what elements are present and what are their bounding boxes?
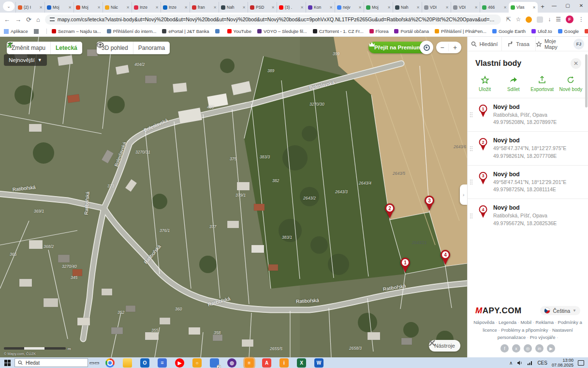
browser-tab[interactable]: VDI ✕ [451,2,480,13]
browser-tab[interactable]: Nác ✕ [103,2,132,13]
search-tab[interactable]: Hledání [468,37,501,51]
browser-tab[interactable]: Moj ✕ [44,2,74,13]
drag-handle-icon[interactable] [470,137,473,159]
drag-handle-icon[interactable] [470,171,473,193]
reload-icon[interactable]: ⟳ [26,16,31,23]
browser-tab[interactable]: (2) I ✕ [15,2,44,13]
downloads-icon[interactable]: ↓ [548,16,551,23]
bookmark-star-icon[interactable]: ☆ [515,16,521,23]
bookmark-item[interactable]: Aplikace [4,29,28,34]
map-point-marker[interactable]: 1 [399,258,412,274]
tab-close-icon[interactable]: ✕ [39,5,43,10]
minimize-button[interactable]: — [547,0,561,11]
browser-tab[interactable]: Vlas ✕ [509,2,538,13]
browser-tab[interactable]: fran ✕ [190,2,219,13]
tab-close-icon[interactable]: ✕ [416,5,420,10]
point-list-item[interactable]: 2 Nový bod 49°58'47.374"N, 18°12'27.975"… [468,131,588,165]
taskbar-app-icon[interactable]: ≡ [245,358,254,368]
map-point-marker[interactable]: 2 [383,203,396,220]
browser-tab[interactable]: Inze ✕ [161,2,190,13]
network-icon[interactable] [527,360,533,366]
language-selector[interactable]: Čeština ▼ [540,306,580,315]
bookmark-item[interactable]: Seznam – Najdu ta... [46,29,101,34]
footer-link[interactable]: Mobil [520,320,535,325]
browser-tab[interactable]: Moj ✕ [364,2,393,13]
forward-icon[interactable]: → [15,16,21,23]
bookmark-item[interactable]: ePortal | J&T Banka [162,29,209,34]
taskbar-app-icon[interactable]: ○ [192,358,202,368]
social-icon[interactable]: ▶ [547,344,555,353]
footer-link[interactable]: Reklama [536,320,558,325]
taskbar-app-icon[interactable]: ◎ [227,358,236,368]
footer-link[interactable]: Legenda [499,320,520,325]
social-icon[interactable]: x [512,344,520,353]
taskbar-app-icon[interactable]: i [279,358,289,368]
home-icon[interactable]: ⌂ [36,16,40,23]
drag-handle-icon[interactable] [470,204,473,227]
point-list-item[interactable]: 3 Nový bod 49°58'47.541"N, 18°12'29.201"… [468,165,588,199]
taskbar-app-icon[interactable]: ▶ [175,358,184,368]
map-canvas[interactable]: Ratibořská Boleslavská Boleslavská Boles… [0,37,467,357]
close-button[interactable]: ✕ [574,0,588,11]
zoom-out-button[interactable]: − [436,44,449,51]
panel-action-button[interactable]: Exportovat [528,76,557,92]
browser-tab[interactable]: Nah ✕ [393,2,422,13]
drag-handle-icon[interactable] [470,104,473,126]
bookmark-item[interactable]: Ulož.to [531,29,552,34]
route-tab[interactable]: Trasa [501,37,536,51]
bookmark-item[interactable]: Google [558,29,579,34]
bookmark-item[interactable] [34,29,41,34]
tab-close-icon[interactable]: ✕ [97,5,101,10]
new-tab-button[interactable]: + [538,1,547,11]
bookmark-item[interactable]: YouTube [227,29,251,34]
tab-close-icon[interactable]: ✕ [445,5,449,10]
bookmark-item[interactable]: VOYO – Sledujte fil... [257,29,307,34]
panel-action-button[interactable]: Sdílet [499,76,528,92]
tab-close-icon[interactable]: ✕ [300,5,304,10]
point-list-item[interactable]: 4 Nový bod Ratibořská, Píšť, Opava 49.97… [468,199,588,232]
bookmark-item[interactable]: Florea [369,29,389,34]
tab-close-icon[interactable]: ✕ [503,5,507,10]
panel-action-button[interactable]: Uložit [470,76,499,92]
browser-tab[interactable]: Nah ✕ [219,2,248,13]
taskbar-app-icon[interactable]: X [297,358,306,368]
map-point-marker[interactable]: 4 [439,250,452,266]
footer-link[interactable]: Problémy a připomínky [501,327,552,333]
url-field[interactable]: mapy.com/cs/letecka?vlastni-body&ut=Nový… [45,15,501,25]
tab-close-icon[interactable]: ✕ [271,5,275,10]
social-icon[interactable]: in [535,344,544,353]
browser-tab[interactable]: (3) . ✕ [277,2,306,13]
tab-close-icon[interactable]: ✕ [126,5,130,10]
tab-close-icon[interactable]: ✕ [242,5,246,10]
social-icon[interactable]: ◎ [524,344,532,353]
premium-button[interactable]: Přejít na Premium [368,42,427,53]
panorama-button[interactable]: Panorama [133,42,170,54]
browser-tab[interactable]: Kon ✕ [306,2,335,13]
back-icon[interactable]: ← [4,16,10,23]
taskbar-app-icon[interactable] [105,358,115,368]
taskbar-app-icon[interactable] [123,358,132,368]
tab-close-icon[interactable]: ✕ [532,5,536,10]
tools-button[interactable]: Nástroje [429,340,460,352]
footer-link[interactable]: Pro vývojáře [530,335,559,340]
bookmark-item[interactable]: Přihlášení do intern... [107,29,157,34]
taskbar-app-icon[interactable]: 2 [210,358,219,368]
task-view-button[interactable]: ▭▭ [88,360,101,366]
sidebar-collapse-handle[interactable]: › [460,184,467,205]
zoom-in-button[interactable]: + [449,44,461,51]
browser-tab[interactable]: 466 ✕ [480,2,509,13]
locate-me-button[interactable] [420,41,433,54]
bookmark-item[interactable]: Google Earth [492,29,526,34]
tab-close-icon[interactable]: ✕ [155,5,159,10]
reading-list-icon[interactable]: ☰ [556,16,561,23]
tab-close-icon[interactable]: ✕ [68,5,72,10]
profile-avatar[interactable]: F [566,15,573,23]
taskbar-clock[interactable]: 13:00 07.08.2025 [552,358,573,368]
tray-expand-icon[interactable]: ∧ [509,360,513,366]
tab-close-icon[interactable]: ✕ [213,5,217,10]
menu-icon[interactable]: ⋮ [578,16,584,23]
tab-close-icon[interactable]: ✕ [387,5,391,10]
footer-link[interactable]: Nápověda [473,320,499,325]
imagery-date-dropdown[interactable]: Nejnovější ▼ [4,54,47,66]
panel-close-icon[interactable]: ✕ [571,58,581,69]
